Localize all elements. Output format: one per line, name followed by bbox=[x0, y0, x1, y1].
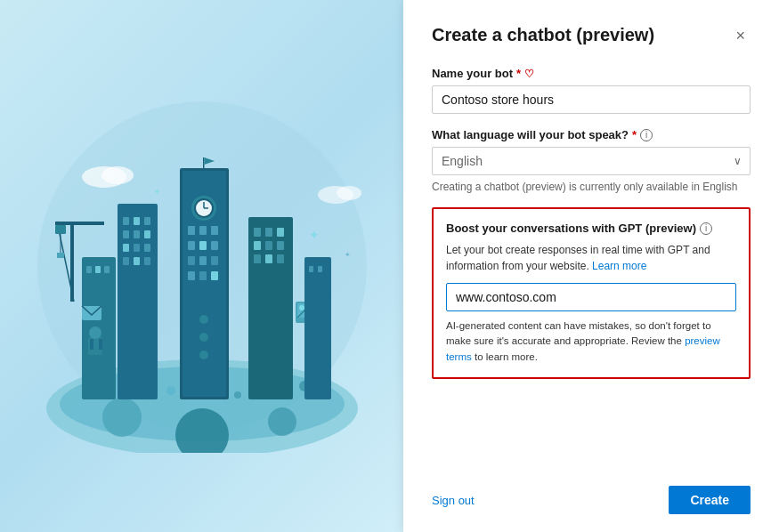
language-required: * bbox=[632, 128, 637, 141]
svg-rect-66 bbox=[57, 253, 64, 258]
svg-rect-60 bbox=[104, 266, 110, 273]
svg-rect-51 bbox=[254, 241, 261, 250]
gpt-description: Let your bot create responses in real ti… bbox=[446, 242, 736, 274]
svg-point-31 bbox=[199, 315, 208, 324]
svg-rect-62 bbox=[55, 222, 104, 225]
svg-rect-40 bbox=[144, 230, 150, 238]
svg-rect-17 bbox=[203, 157, 205, 170]
panel-footer: Sign out Create bbox=[432, 475, 751, 514]
svg-rect-50 bbox=[277, 228, 284, 237]
svg-rect-25 bbox=[188, 256, 195, 265]
svg-rect-30 bbox=[211, 271, 218, 280]
svg-rect-49 bbox=[265, 228, 272, 237]
language-group: What language will your bot speak?* i En… bbox=[432, 128, 751, 193]
svg-rect-70 bbox=[99, 339, 102, 350]
svg-rect-21 bbox=[211, 226, 218, 235]
svg-rect-22 bbox=[188, 241, 195, 250]
svg-rect-38 bbox=[123, 230, 129, 238]
svg-rect-41 bbox=[123, 244, 129, 252]
svg-rect-69 bbox=[90, 339, 93, 350]
bot-name-group: Name your bot* ♡ bbox=[432, 67, 751, 114]
svg-point-81 bbox=[337, 186, 361, 200]
language-select[interactable]: English bbox=[432, 147, 751, 175]
svg-rect-48 bbox=[254, 228, 261, 237]
gpt-info-icon[interactable]: i bbox=[700, 222, 712, 235]
gpt-title: Boost your conversations with GPT (previ… bbox=[446, 222, 736, 235]
svg-rect-23 bbox=[199, 241, 207, 250]
gpt-disclaimer-text: AI-generated content can have mistakes, … bbox=[446, 318, 736, 365]
bot-name-required: * bbox=[516, 67, 521, 80]
gpt-boost-section: Boost your conversations with GPT (previ… bbox=[432, 207, 751, 379]
language-label: What language will your bot speak?* i bbox=[432, 128, 751, 141]
svg-rect-45 bbox=[134, 257, 140, 265]
svg-rect-58 bbox=[86, 266, 92, 273]
svg-rect-42 bbox=[134, 244, 140, 252]
language-label-text: What language will your bot speak? bbox=[432, 128, 629, 141]
svg-point-33 bbox=[199, 351, 208, 359]
svg-text:✦: ✦ bbox=[309, 228, 320, 242]
close-button[interactable]: × bbox=[730, 26, 751, 45]
svg-rect-53 bbox=[277, 241, 284, 250]
svg-point-68 bbox=[89, 326, 101, 339]
svg-rect-19 bbox=[188, 226, 195, 235]
gpt-desc-text: Let your bot create responses in real ti… bbox=[446, 244, 710, 272]
svg-point-32 bbox=[199, 333, 208, 342]
panel-title: Create a chatbot (preview) bbox=[432, 25, 654, 45]
svg-rect-59 bbox=[95, 266, 101, 273]
bot-name-label-text: Name your bot bbox=[432, 67, 513, 80]
svg-rect-76 bbox=[309, 266, 313, 272]
svg-rect-39 bbox=[134, 230, 140, 238]
form-panel: Create a chatbot (preview) × Name your b… bbox=[403, 0, 779, 532]
svg-rect-26 bbox=[199, 256, 207, 265]
svg-rect-20 bbox=[199, 226, 207, 235]
learn-more-link[interactable]: Learn more bbox=[592, 260, 646, 272]
svg-point-74 bbox=[299, 305, 304, 310]
language-helper-text: Creating a chatbot (preview) is currentl… bbox=[432, 181, 751, 193]
svg-rect-28 bbox=[188, 271, 195, 280]
gpt-disclaimer-end: to learn more. bbox=[475, 351, 538, 362]
gpt-disclaimer-main: AI-generated content can have mistakes, … bbox=[446, 320, 711, 346]
svg-rect-55 bbox=[265, 254, 272, 263]
svg-rect-46 bbox=[144, 257, 150, 265]
svg-rect-54 bbox=[254, 254, 261, 263]
create-button[interactable]: Create bbox=[669, 486, 751, 514]
svg-rect-43 bbox=[144, 244, 150, 252]
svg-text:✦: ✦ bbox=[345, 251, 351, 259]
svg-point-8 bbox=[166, 386, 175, 395]
svg-point-3 bbox=[102, 398, 142, 437]
svg-point-79 bbox=[101, 166, 134, 184]
gpt-title-text: Boost your conversations with GPT (previ… bbox=[446, 222, 696, 235]
svg-rect-64 bbox=[55, 225, 66, 234]
svg-rect-36 bbox=[134, 217, 140, 225]
language-select-wrapper: English ∨ bbox=[432, 147, 751, 175]
bot-name-label: Name your bot* ♡ bbox=[432, 67, 751, 80]
illustration-panel: ✦ ✦ ✦ bbox=[0, 0, 403, 532]
svg-point-4 bbox=[268, 407, 296, 436]
panel-header: Create a chatbot (preview) × bbox=[432, 25, 751, 45]
bot-name-input[interactable] bbox=[432, 85, 751, 114]
svg-rect-35 bbox=[123, 217, 129, 225]
svg-rect-27 bbox=[211, 256, 218, 265]
language-info-icon[interactable]: i bbox=[640, 129, 653, 141]
sign-out-link[interactable]: Sign out bbox=[432, 494, 475, 507]
svg-text:✦: ✦ bbox=[153, 187, 160, 197]
svg-point-9 bbox=[234, 391, 241, 399]
heart-icon: ♡ bbox=[524, 68, 534, 80]
svg-rect-56 bbox=[277, 254, 284, 263]
svg-rect-44 bbox=[123, 257, 129, 265]
svg-rect-37 bbox=[144, 217, 150, 225]
website-url-input[interactable] bbox=[446, 283, 736, 311]
svg-rect-52 bbox=[265, 241, 272, 250]
svg-rect-77 bbox=[318, 266, 322, 272]
svg-rect-75 bbox=[304, 257, 331, 399]
svg-rect-24 bbox=[211, 241, 218, 250]
svg-rect-29 bbox=[199, 271, 207, 280]
